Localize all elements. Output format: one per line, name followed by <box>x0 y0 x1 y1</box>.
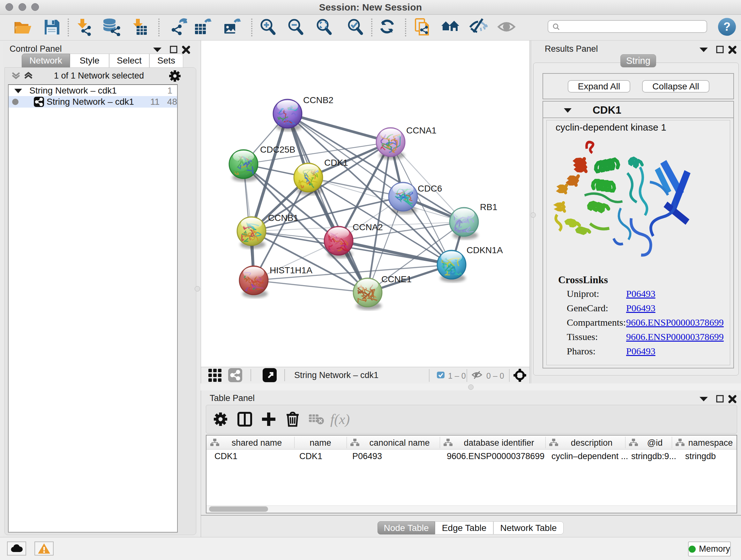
svg-text:CDC6: CDC6 <box>418 184 442 193</box>
svg-text:HIST1H1A: HIST1H1A <box>270 265 313 275</box>
svg-text:RB1: RB1 <box>480 202 497 212</box>
svg-text:CCNA2: CCNA2 <box>353 222 383 232</box>
svg-text:CCNA1: CCNA1 <box>406 125 436 135</box>
svg-text:CCNB2: CCNB2 <box>303 95 333 105</box>
svg-text:CDC25B: CDC25B <box>260 145 295 154</box>
svg-text:CCNE1: CCNE1 <box>381 274 412 284</box>
svg-text:CCNB1: CCNB1 <box>268 213 298 223</box>
svg-text:CDK1: CDK1 <box>324 158 348 168</box>
svg-text:CDKN1A: CDKN1A <box>467 245 503 255</box>
